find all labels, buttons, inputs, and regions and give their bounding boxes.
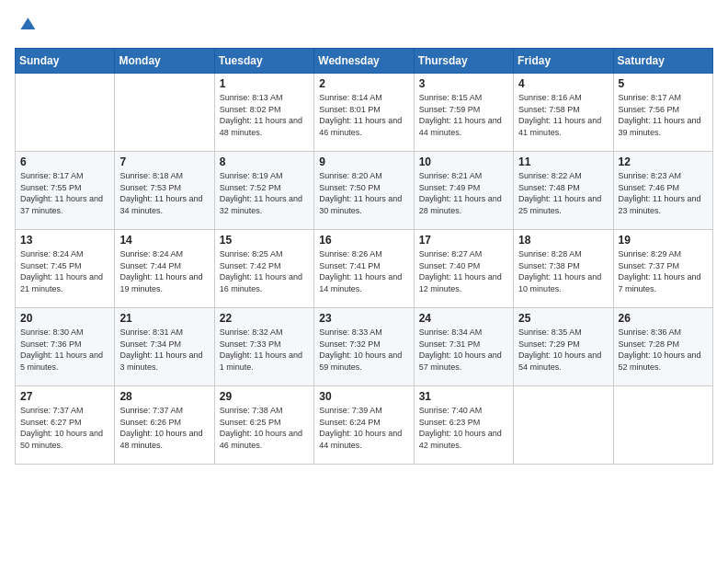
day-number: 13 (20, 234, 109, 247)
day-info: Sunrise: 8:33 AM Sunset: 7:32 PM Dayligh… (319, 327, 408, 373)
weekday-header: Thursday (414, 49, 513, 74)
day-number: 12 (619, 155, 708, 168)
day-number: 14 (119, 234, 209, 247)
calendar-cell: 10Sunrise: 8:21 AM Sunset: 7:49 PM Dayli… (414, 152, 513, 230)
day-info: Sunrise: 8:14 AM Sunset: 8:01 PM Dayligh… (319, 92, 408, 138)
calendar-cell (514, 386, 613, 465)
day-info: Sunrise: 8:19 AM Sunset: 7:52 PM Dayligh… (220, 170, 309, 216)
day-info: Sunrise: 8:20 AM Sunset: 7:50 PM Dayligh… (319, 170, 408, 216)
day-number: 31 (419, 390, 508, 403)
day-info: Sunrise: 7:37 AM Sunset: 6:27 PM Dayligh… (20, 405, 109, 451)
calendar-cell: 11Sunrise: 8:22 AM Sunset: 7:48 PM Dayli… (514, 152, 613, 230)
day-info: Sunrise: 8:31 AM Sunset: 7:34 PM Dayligh… (119, 327, 209, 373)
calendar-cell: 30Sunrise: 7:39 AM Sunset: 6:24 PM Dayli… (314, 386, 414, 465)
day-number: 18 (518, 234, 608, 247)
day-number: 3 (419, 77, 508, 90)
day-info: Sunrise: 8:28 AM Sunset: 7:38 PM Dayligh… (518, 248, 608, 294)
day-info: Sunrise: 8:24 AM Sunset: 7:44 PM Dayligh… (119, 248, 209, 294)
calendar-cell: 28Sunrise: 7:37 AM Sunset: 6:26 PM Dayli… (115, 386, 214, 465)
day-number: 20 (20, 312, 109, 325)
calendar-cell: 5Sunrise: 8:17 AM Sunset: 7:56 PM Daylig… (613, 74, 712, 152)
day-number: 15 (220, 234, 309, 247)
day-number: 1 (220, 77, 309, 90)
calendar-cell (613, 386, 712, 465)
day-number: 23 (319, 312, 408, 325)
calendar-cell: 4Sunrise: 8:16 AM Sunset: 7:58 PM Daylig… (514, 74, 613, 152)
calendar-cell: 8Sunrise: 8:19 AM Sunset: 7:52 PM Daylig… (214, 152, 313, 230)
day-info: Sunrise: 8:32 AM Sunset: 7:33 PM Dayligh… (220, 327, 309, 373)
calendar-cell: 27Sunrise: 7:37 AM Sunset: 6:27 PM Dayli… (16, 386, 115, 465)
calendar-cell: 26Sunrise: 8:36 AM Sunset: 7:28 PM Dayli… (613, 308, 712, 386)
calendar-cell: 13Sunrise: 8:24 AM Sunset: 7:45 PM Dayli… (16, 230, 115, 308)
day-number: 21 (119, 312, 209, 325)
day-number: 7 (119, 155, 209, 168)
day-number: 19 (619, 234, 708, 247)
day-info: Sunrise: 8:25 AM Sunset: 7:42 PM Dayligh… (220, 248, 309, 294)
day-info: Sunrise: 8:17 AM Sunset: 7:56 PM Dayligh… (619, 92, 708, 138)
day-info: Sunrise: 8:23 AM Sunset: 7:46 PM Dayligh… (619, 170, 708, 216)
day-number: 11 (518, 155, 608, 168)
day-number: 8 (220, 155, 309, 168)
page-header (15, 15, 713, 37)
day-number: 22 (220, 312, 309, 325)
day-number: 10 (419, 155, 508, 168)
weekday-header: Tuesday (214, 49, 313, 74)
day-info: Sunrise: 7:39 AM Sunset: 6:24 PM Dayligh… (319, 405, 408, 451)
day-info: Sunrise: 8:13 AM Sunset: 8:02 PM Dayligh… (220, 92, 309, 138)
calendar-cell: 12Sunrise: 8:23 AM Sunset: 7:46 PM Dayli… (613, 152, 712, 230)
calendar-cell: 16Sunrise: 8:26 AM Sunset: 7:41 PM Dayli… (314, 230, 414, 308)
calendar-week-row: 1Sunrise: 8:13 AM Sunset: 8:02 PM Daylig… (16, 74, 713, 152)
calendar-cell: 17Sunrise: 8:27 AM Sunset: 7:40 PM Dayli… (414, 230, 513, 308)
calendar-cell: 31Sunrise: 7:40 AM Sunset: 6:23 PM Dayli… (414, 386, 513, 465)
calendar-cell: 22Sunrise: 8:32 AM Sunset: 7:33 PM Dayli… (214, 308, 313, 386)
day-info: Sunrise: 8:15 AM Sunset: 7:59 PM Dayligh… (419, 92, 508, 138)
calendar-cell: 20Sunrise: 8:30 AM Sunset: 7:36 PM Dayli… (16, 308, 115, 386)
calendar-cell: 1Sunrise: 8:13 AM Sunset: 8:02 PM Daylig… (214, 74, 313, 152)
calendar-week-row: 6Sunrise: 8:17 AM Sunset: 7:55 PM Daylig… (16, 152, 713, 230)
day-info: Sunrise: 8:24 AM Sunset: 7:45 PM Dayligh… (20, 248, 109, 294)
day-info: Sunrise: 8:34 AM Sunset: 7:31 PM Dayligh… (419, 327, 508, 373)
calendar-cell: 25Sunrise: 8:35 AM Sunset: 7:29 PM Dayli… (514, 308, 613, 386)
day-number: 26 (619, 312, 708, 325)
day-info: Sunrise: 8:35 AM Sunset: 7:29 PM Dayligh… (518, 327, 608, 373)
day-number: 4 (518, 77, 608, 90)
day-number: 6 (20, 155, 109, 168)
day-info: Sunrise: 8:18 AM Sunset: 7:53 PM Dayligh… (119, 170, 209, 216)
calendar-cell: 6Sunrise: 8:17 AM Sunset: 7:55 PM Daylig… (16, 152, 115, 230)
calendar-cell: 29Sunrise: 7:38 AM Sunset: 6:25 PM Dayli… (214, 386, 313, 465)
day-info: Sunrise: 7:38 AM Sunset: 6:25 PM Dayligh… (220, 405, 309, 451)
logo (15, 15, 40, 37)
calendar-table: SundayMondayTuesdayWednesdayThursdayFrid… (15, 48, 713, 465)
day-number: 2 (319, 77, 408, 90)
day-info: Sunrise: 8:27 AM Sunset: 7:40 PM Dayligh… (419, 248, 508, 294)
logo-icon (15, 15, 37, 37)
calendar-cell: 2Sunrise: 8:14 AM Sunset: 8:01 PM Daylig… (314, 74, 414, 152)
calendar-cell: 24Sunrise: 8:34 AM Sunset: 7:31 PM Dayli… (414, 308, 513, 386)
day-number: 30 (319, 390, 408, 403)
day-info: Sunrise: 8:17 AM Sunset: 7:55 PM Dayligh… (20, 170, 109, 216)
svg-marker-0 (20, 17, 35, 29)
day-number: 5 (619, 77, 708, 90)
day-number: 16 (319, 234, 408, 247)
calendar-cell: 3Sunrise: 8:15 AM Sunset: 7:59 PM Daylig… (414, 74, 513, 152)
calendar-cell: 7Sunrise: 8:18 AM Sunset: 7:53 PM Daylig… (115, 152, 214, 230)
calendar-cell: 18Sunrise: 8:28 AM Sunset: 7:38 PM Dayli… (514, 230, 613, 308)
calendar-cell: 19Sunrise: 8:29 AM Sunset: 7:37 PM Dayli… (613, 230, 712, 308)
calendar-week-row: 27Sunrise: 7:37 AM Sunset: 6:27 PM Dayli… (16, 386, 713, 465)
day-info: Sunrise: 8:30 AM Sunset: 7:36 PM Dayligh… (20, 327, 109, 373)
calendar-cell: 14Sunrise: 8:24 AM Sunset: 7:44 PM Dayli… (115, 230, 214, 308)
day-info: Sunrise: 7:37 AM Sunset: 6:26 PM Dayligh… (119, 405, 209, 451)
day-info: Sunrise: 8:16 AM Sunset: 7:58 PM Dayligh… (518, 92, 608, 138)
weekday-header: Saturday (613, 49, 712, 74)
day-number: 24 (419, 312, 508, 325)
calendar-cell: 9Sunrise: 8:20 AM Sunset: 7:50 PM Daylig… (314, 152, 414, 230)
day-info: Sunrise: 8:22 AM Sunset: 7:48 PM Dayligh… (518, 170, 608, 216)
day-info: Sunrise: 8:29 AM Sunset: 7:37 PM Dayligh… (619, 248, 708, 294)
weekday-header: Wednesday (314, 49, 414, 74)
day-number: 25 (518, 312, 608, 325)
day-info: Sunrise: 8:21 AM Sunset: 7:49 PM Dayligh… (419, 170, 508, 216)
weekday-header: Friday (514, 49, 613, 74)
calendar-cell (115, 74, 214, 152)
calendar-cell: 21Sunrise: 8:31 AM Sunset: 7:34 PM Dayli… (115, 308, 214, 386)
calendar-header-row: SundayMondayTuesdayWednesdayThursdayFrid… (16, 49, 713, 74)
